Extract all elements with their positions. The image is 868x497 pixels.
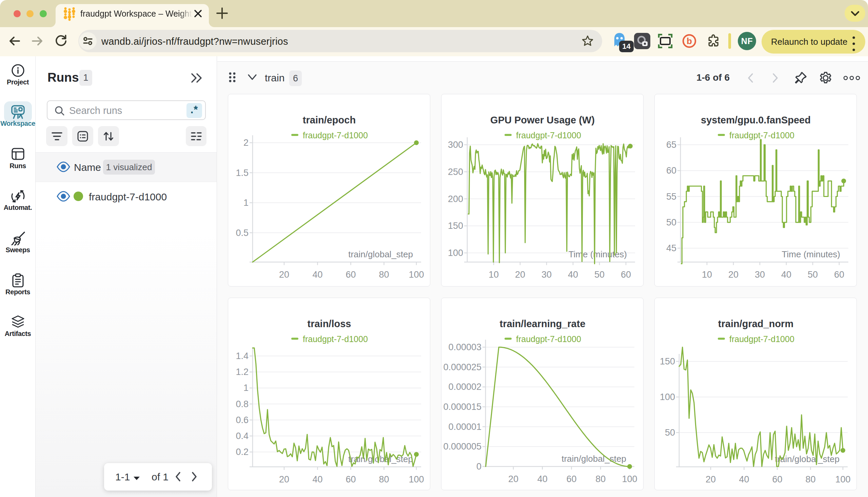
svg-text:150: 150 [448,221,463,231]
svg-text:1.5: 1.5 [236,168,248,178]
svg-text:60: 60 [834,270,844,280]
svg-text:20: 20 [728,270,739,280]
svg-text:20: 20 [279,270,289,280]
svg-text:10: 10 [488,270,499,280]
svg-text:train/epoch: train/epoch [303,115,356,125]
svg-text:train/global_step: train/global_step [561,454,626,464]
svg-text:55: 55 [666,191,677,202]
svg-text:20: 20 [508,474,518,484]
svg-text:train/grad_norm: train/grad_norm [718,318,793,329]
svg-text:fraudgpt-7-d1000: fraudgpt-7-d1000 [729,130,794,140]
svg-text:1.4: 1.4 [236,351,248,361]
svg-text:50: 50 [594,270,604,280]
svg-text:0.2: 0.2 [236,447,248,457]
svg-text:65: 65 [666,140,677,150]
svg-text:fraudgpt-7-d1000: fraudgpt-7-d1000 [729,334,794,344]
svg-text:fraudgpt-7-d1000: fraudgpt-7-d1000 [516,334,581,344]
svg-text:30: 30 [755,270,765,280]
svg-text:100: 100 [660,392,675,402]
svg-text:40: 40 [537,474,547,484]
svg-text:60: 60 [621,270,631,280]
svg-text:80: 80 [379,474,389,484]
svg-text:50: 50 [665,427,675,438]
svg-text:100: 100 [448,248,463,258]
svg-text:60: 60 [345,474,356,484]
svg-text:20: 20 [515,270,525,280]
svg-text:Time (minutes): Time (minutes) [782,249,840,259]
svg-text:250: 250 [448,167,463,177]
svg-text:50: 50 [808,270,818,280]
svg-text:40: 40 [312,474,323,484]
svg-text:fraudgpt-7-d1000: fraudgpt-7-d1000 [303,334,368,344]
svg-text:1: 1 [243,198,248,208]
svg-text:50: 50 [666,217,677,227]
svg-text:0.5: 0.5 [236,228,248,238]
svg-text:80: 80 [595,474,606,484]
svg-text:train/loss: train/loss [308,318,351,329]
svg-text:80: 80 [805,474,815,484]
svg-text:30: 30 [541,270,552,280]
svg-text:2: 2 [243,138,248,148]
svg-text:100: 100 [622,474,637,484]
svg-text:0.00003: 0.00003 [448,342,482,352]
svg-text:150: 150 [660,356,675,367]
svg-text:100: 100 [835,474,850,484]
svg-text:0.000005: 0.000005 [443,441,482,452]
svg-text:0.00002: 0.00002 [448,382,482,392]
svg-text:0.000015: 0.000015 [443,402,482,412]
svg-text:0.000025: 0.000025 [443,362,482,372]
svg-text:300: 300 [448,140,463,150]
svg-text:60: 60 [566,474,577,484]
svg-text:45: 45 [666,243,677,253]
svg-text:GPU Power Usage (W): GPU Power Usage (W) [490,115,595,125]
svg-text:20: 20 [706,474,716,484]
svg-text:40: 40 [312,270,323,280]
svg-text:train/learning_rate: train/learning_rate [499,318,585,329]
svg-text:fraudgpt-7-d1000: fraudgpt-7-d1000 [516,130,581,140]
svg-text:80: 80 [379,270,389,280]
svg-text:40: 40 [781,270,792,280]
svg-text:200: 200 [448,194,463,204]
svg-text:b: b [687,36,692,46]
svg-text:train/global_step: train/global_step [348,249,413,259]
svg-text:60: 60 [772,474,782,484]
svg-text:0.6: 0.6 [236,415,248,425]
svg-text:20: 20 [279,474,289,484]
svg-text:1: 1 [243,383,248,393]
svg-text:10: 10 [702,270,712,280]
svg-text:40: 40 [568,270,578,280]
svg-text:60: 60 [666,166,677,175]
svg-text:0.00001: 0.00001 [448,422,482,432]
svg-text:40: 40 [739,474,749,484]
svg-text:1.2: 1.2 [236,367,248,377]
svg-text:system/gpu.0.fanSpeed: system/gpu.0.fanSpeed [701,115,811,125]
svg-text:train/global_step: train/global_step [348,454,413,464]
svg-text:60: 60 [345,270,356,280]
svg-text:100: 100 [409,270,424,280]
svg-text:0: 0 [476,462,482,472]
svg-text:fraudgpt-7-d1000: fraudgpt-7-d1000 [303,130,368,140]
svg-text:0.8: 0.8 [236,399,248,409]
svg-text:0.4: 0.4 [236,431,248,441]
svg-text:100: 100 [409,474,424,484]
svg-text:Time (minutes): Time (minutes) [569,249,627,259]
